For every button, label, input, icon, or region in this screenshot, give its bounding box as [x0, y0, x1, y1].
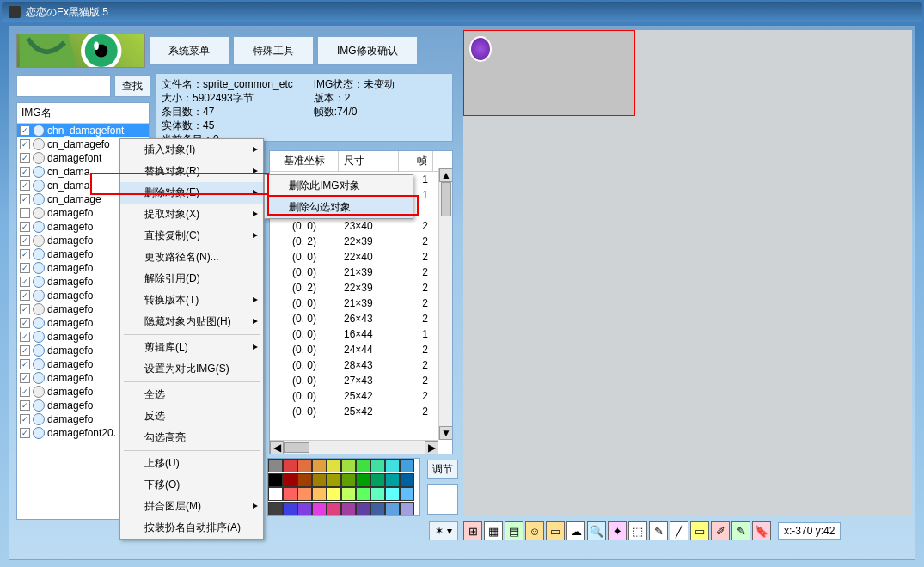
- color-swatch[interactable]: [341, 459, 356, 472]
- color-swatch[interactable]: [370, 502, 385, 515]
- menu-item[interactable]: 上移(U): [120, 453, 263, 474]
- color-swatch[interactable]: [385, 459, 400, 472]
- menu-item[interactable]: 替换对象(R)▸: [120, 161, 263, 182]
- special-tools-button[interactable]: 特殊工具: [233, 36, 314, 65]
- menu-item[interactable]: 解除引用(D): [120, 268, 263, 290]
- color-swatch[interactable]: [370, 473, 385, 487]
- color-swatch[interactable]: [312, 487, 327, 501]
- checkbox-icon[interactable]: ✓: [20, 180, 30, 191]
- color-swatch[interactable]: [312, 473, 327, 487]
- table-row[interactable]: (0, 0)27×432: [270, 373, 452, 388]
- tool-button[interactable]: ☺: [525, 521, 544, 540]
- checkbox-icon[interactable]: ✓: [20, 263, 30, 273]
- col-frame[interactable]: 帧: [399, 151, 433, 171]
- checkbox-icon[interactable]: ✓: [20, 332, 30, 342]
- table-row[interactable]: (0, 0)21×392: [270, 265, 452, 280]
- checkbox-icon[interactable]: ✓: [20, 222, 30, 232]
- color-swatch[interactable]: [268, 473, 283, 487]
- color-swatch[interactable]: [268, 459, 283, 472]
- checkbox-icon[interactable]: ✓: [20, 428, 30, 438]
- star-button[interactable]: ✶ ▾: [429, 521, 458, 540]
- col-base[interactable]: 基准坐标: [270, 151, 339, 171]
- color-swatch[interactable]: [283, 502, 297, 515]
- table-row[interactable]: (0, 0)23×402: [270, 218, 452, 234]
- color-swatch[interactable]: [283, 473, 297, 487]
- table-vscroll[interactable]: ▲▼: [438, 168, 452, 440]
- tool-button[interactable]: 🔖: [752, 521, 771, 540]
- tool-button[interactable]: ⊞: [463, 521, 482, 540]
- checkbox-icon[interactable]: ✓: [20, 414, 30, 424]
- color-swatch[interactable]: [370, 459, 385, 472]
- list-item[interactable]: ✓chn_damagefont: [17, 124, 149, 137]
- submenu-item[interactable]: 删除此IMG对象: [265, 175, 413, 197]
- color-swatch[interactable]: [400, 487, 414, 501]
- col-size[interactable]: 尺寸: [339, 151, 399, 171]
- menu-item[interactable]: 直接复制(C)▸: [120, 225, 263, 247]
- menu-item[interactable]: 隐藏对象内贴图(H)▸: [120, 311, 263, 332]
- tool-button[interactable]: ▦: [484, 521, 503, 540]
- checkbox-icon[interactable]: ✓: [20, 235, 30, 246]
- submenu-item[interactable]: 删除勾选对象: [265, 197, 413, 218]
- table-row[interactable]: (0, 2)22×392: [270, 280, 452, 296]
- table-row[interactable]: (0, 0)22×402: [270, 249, 452, 265]
- menu-item[interactable]: 删除对象(E)▸: [120, 182, 263, 204]
- color-swatch[interactable]: [268, 502, 283, 515]
- search-button[interactable]: 查找: [114, 75, 150, 97]
- checkbox-icon[interactable]: ✓: [20, 249, 30, 259]
- color-swatch[interactable]: [327, 459, 341, 472]
- checkbox-icon[interactable]: ✓: [20, 318, 30, 328]
- menu-item[interactable]: 反选: [120, 405, 263, 427]
- checkbox-icon[interactable]: ✓: [20, 359, 30, 369]
- table-row[interactable]: (0, 0)25×422: [270, 388, 452, 404]
- tool-button[interactable]: ╱: [670, 521, 688, 540]
- tool-button[interactable]: ▭: [546, 521, 565, 540]
- tool-button[interactable]: ✎: [731, 521, 750, 540]
- system-menu-button[interactable]: 系统菜单: [149, 36, 229, 65]
- menu-item[interactable]: 下移(O): [120, 474, 263, 496]
- checkbox-icon[interactable]: ✓: [20, 194, 30, 204]
- color-swatch[interactable]: [400, 473, 414, 487]
- color-swatch[interactable]: [356, 459, 370, 472]
- color-swatch[interactable]: [400, 502, 414, 515]
- checkbox-icon[interactable]: ✓: [20, 304, 30, 314]
- menu-item[interactable]: 拼合图层(M)▸: [120, 496, 263, 517]
- checkbox-icon[interactable]: ✓: [20, 125, 30, 136]
- color-swatch[interactable]: [356, 487, 370, 501]
- checkbox-icon[interactable]: ✓: [20, 290, 30, 301]
- checkbox-icon[interactable]: ✓: [20, 373, 30, 383]
- color-swatch[interactable]: [385, 487, 400, 501]
- checkbox-icon[interactable]: [20, 208, 30, 218]
- color-swatch[interactable]: [283, 459, 297, 472]
- tool-button[interactable]: ✦: [608, 521, 627, 540]
- checkbox-icon[interactable]: ✓: [20, 387, 30, 397]
- tool-button[interactable]: ⬚: [628, 521, 647, 540]
- color-swatch[interactable]: [356, 502, 370, 515]
- color-swatch[interactable]: [370, 487, 385, 501]
- color-swatch[interactable]: [356, 473, 370, 487]
- color-swatch[interactable]: [297, 459, 312, 472]
- menu-item[interactable]: 勾选高亮: [120, 427, 263, 448]
- color-swatch[interactable]: [297, 487, 312, 501]
- search-input[interactable]: [16, 75, 111, 97]
- menu-item[interactable]: 更改路径名(N)...: [120, 247, 263, 268]
- color-swatch[interactable]: [400, 459, 414, 472]
- table-hscroll[interactable]: ◀▶: [270, 440, 438, 454]
- color-swatch[interactable]: [283, 487, 297, 501]
- checkbox-icon[interactable]: ✓: [20, 153, 30, 163]
- menu-item[interactable]: 设置为对比IMG(S): [120, 358, 263, 380]
- tool-button[interactable]: ✐: [711, 521, 730, 540]
- table-row[interactable]: (0, 0)25×422: [270, 404, 452, 419]
- color-swatch[interactable]: [312, 502, 327, 515]
- table-row[interactable]: (0, 0)24×442: [270, 342, 452, 357]
- tool-button[interactable]: ☁: [566, 521, 585, 540]
- color-swatch[interactable]: [297, 473, 312, 487]
- color-swatch[interactable]: [327, 502, 341, 515]
- checkbox-icon[interactable]: ✓: [20, 277, 30, 287]
- color-swatch[interactable]: [385, 502, 400, 515]
- color-swatch[interactable]: [312, 459, 327, 472]
- table-row[interactable]: (0, 2)22×392: [270, 234, 452, 249]
- color-palette[interactable]: [267, 458, 420, 516]
- context-menu[interactable]: 插入对象(I)▸替换对象(R)▸删除对象(E)▸提取对象(X)▸直接复制(C)▸…: [119, 138, 264, 540]
- table-row[interactable]: (0, 0)21×392: [270, 296, 452, 311]
- color-swatch[interactable]: [327, 473, 341, 487]
